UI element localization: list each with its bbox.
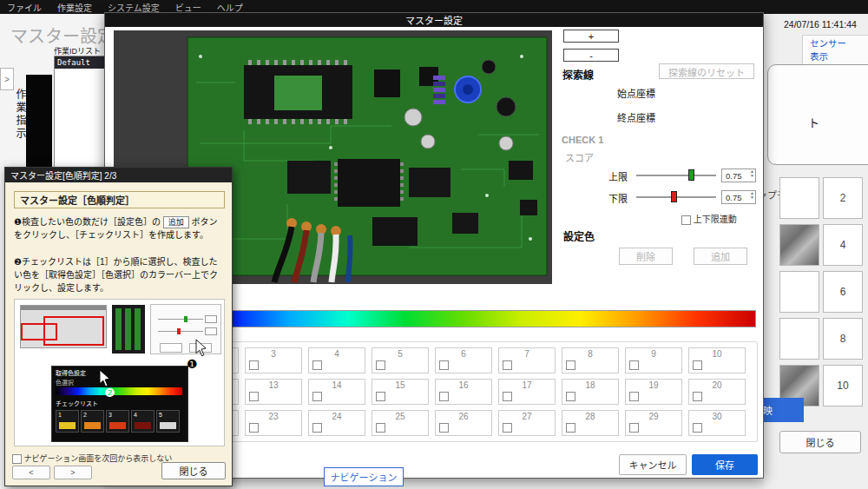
checklist-cell[interactable]: 3 [245, 347, 302, 373]
cell-number: 15 [372, 380, 428, 390]
checklist-cell[interactable]: 8 [562, 347, 619, 373]
navigation-button[interactable]: ナビゲーション [324, 467, 404, 486]
slot-number-cell[interactable]: 2 [823, 177, 863, 219]
dialog-title-bar[interactable]: マスター設定 [105, 13, 763, 27]
slot-cell[interactable] [779, 177, 819, 219]
cell-checkbox[interactable] [249, 423, 259, 433]
work-id-listbox[interactable]: Default [54, 56, 108, 169]
cell-checkbox[interactable] [503, 423, 512, 433]
cell-number: 3 [246, 349, 301, 359]
thumbnail-image[interactable] [779, 224, 819, 266]
save-button[interactable]: 保存 [692, 454, 758, 475]
background-close-button[interactable]: 閉じる [779, 431, 861, 453]
cell-checkbox[interactable] [629, 360, 639, 370]
upper-slider-handle[interactable] [688, 169, 694, 181]
checklist-cell[interactable]: 23 [245, 410, 302, 436]
checklist-cell[interactable]: 29 [625, 410, 682, 436]
cell-checkbox[interactable] [629, 423, 639, 433]
popup-close-button[interactable]: 閉じる [161, 462, 226, 479]
step1-bullet: ❶ [14, 217, 22, 227]
checklist-cell[interactable]: 15 [372, 379, 429, 405]
cell-checkbox[interactable] [376, 392, 385, 401]
search-line-reset-button[interactable]: 探索線のリセット [659, 63, 754, 79]
cell-checkbox[interactable] [439, 392, 449, 401]
cell-checkbox[interactable] [376, 423, 385, 433]
slot-number-cell[interactable]: 10 [823, 365, 863, 406]
checklist-cell[interactable]: 17 [498, 379, 556, 405]
lower-limit-value[interactable]: 0.75 ▲▼ [721, 190, 756, 204]
cell-checkbox[interactable] [249, 360, 259, 370]
cell-checkbox[interactable] [566, 360, 575, 370]
slot-cell[interactable] [779, 271, 819, 313]
slot-cell[interactable] [779, 318, 819, 360]
delete-button[interactable]: 削除 [619, 248, 673, 265]
upper-limit-value[interactable]: 0.75 ▲▼ [721, 169, 756, 182]
checklist-cell[interactable]: 30 [688, 410, 746, 436]
cursor-arrow-icon [97, 370, 111, 387]
lower-limit-label: 下限 [608, 191, 628, 205]
work-id-selected-item[interactable]: Default [55, 56, 107, 69]
cell-checkbox[interactable] [503, 360, 512, 370]
cell-number: 7 [499, 349, 555, 359]
cancel-button[interactable]: キャンセル [619, 454, 687, 475]
cell-checkbox[interactable] [693, 360, 702, 370]
zoom-out-button[interactable]: - [563, 49, 619, 62]
cursor-arrow-icon [194, 340, 207, 357]
checklist-cell[interactable]: 14 [308, 379, 365, 405]
checklist-cell[interactable]: 10 [688, 347, 746, 373]
checklist-cell[interactable]: 18 [562, 379, 619, 405]
menu-item[interactable]: ファイル [7, 1, 42, 14]
upper-limit-slider[interactable] [636, 175, 716, 176]
cell-checkbox[interactable] [312, 392, 322, 401]
checklist-cell[interactable]: 9 [625, 347, 682, 373]
inline-add-button-graphic: 追加 [163, 216, 189, 228]
cell-checkbox[interactable] [439, 360, 449, 370]
cell-number: 17 [499, 380, 555, 390]
cell-checkbox[interactable] [376, 360, 385, 370]
checklist-cell[interactable]: 28 [562, 410, 619, 436]
checklist-cell[interactable]: 5 [372, 347, 429, 373]
checklist-cell[interactable]: 26 [435, 410, 492, 436]
cell-checkbox[interactable] [312, 423, 322, 433]
zoom-in-button[interactable]: + [563, 30, 619, 43]
checklist-cell[interactable]: 6 [435, 347, 492, 373]
next-page-button[interactable]: > [54, 466, 92, 479]
checklist-cell[interactable]: 27 [498, 410, 556, 436]
checklist-cell[interactable]: 13 [245, 379, 302, 405]
sidebar-collapse-chevron[interactable]: > [0, 68, 14, 90]
spinner-arrows-icon[interactable]: ▲▼ [750, 169, 754, 178]
dont-show-checkbox[interactable] [12, 454, 22, 464]
popup-title-bar[interactable]: マスター設定[色順判定] 2/3 [5, 168, 232, 182]
add-button[interactable]: 追加 [694, 248, 747, 265]
cell-checkbox[interactable] [693, 392, 702, 401]
spinner-arrows-icon[interactable]: ▲▼ [750, 191, 754, 200]
checklist-cell[interactable]: 7 [498, 347, 556, 373]
cell-checkbox[interactable] [312, 360, 322, 370]
lower-slider-handle[interactable] [671, 191, 677, 202]
checklist-cell[interactable]: 24 [308, 410, 365, 436]
menu-item[interactable]: 作業設定 [57, 1, 92, 14]
checklist-cell[interactable]: 4 [308, 347, 365, 373]
mini-chip-cell: 5 [156, 410, 180, 433]
checklist-cell[interactable]: 25 [372, 410, 429, 436]
cell-checkbox[interactable] [566, 392, 575, 401]
cell-checkbox[interactable] [503, 392, 512, 401]
cell-checkbox[interactable] [629, 392, 639, 401]
lower-limit-slider[interactable] [636, 196, 716, 198]
background-dark-area [26, 75, 52, 169]
prev-page-button[interactable]: < [12, 466, 50, 479]
dialog-title: マスター設定 [405, 13, 463, 27]
slot-number-cell[interactable]: 6 [823, 271, 863, 313]
checklist-cell[interactable]: 20 [688, 379, 746, 405]
cell-checkbox[interactable] [566, 423, 575, 433]
cell-checkbox[interactable] [439, 423, 449, 433]
link-upper-lower-checkbox[interactable] [681, 215, 691, 225]
checklist-cell[interactable]: 16 [435, 379, 492, 405]
mini-chip-cell: 3 [106, 410, 129, 433]
cell-checkbox[interactable] [693, 423, 702, 433]
slot-number-cell[interactable]: 4 [823, 224, 863, 266]
cell-checkbox[interactable] [249, 392, 259, 401]
score-label: スコア [565, 150, 594, 164]
slot-number-cell[interactable]: 8 [823, 318, 863, 360]
checklist-cell[interactable]: 19 [625, 379, 682, 405]
